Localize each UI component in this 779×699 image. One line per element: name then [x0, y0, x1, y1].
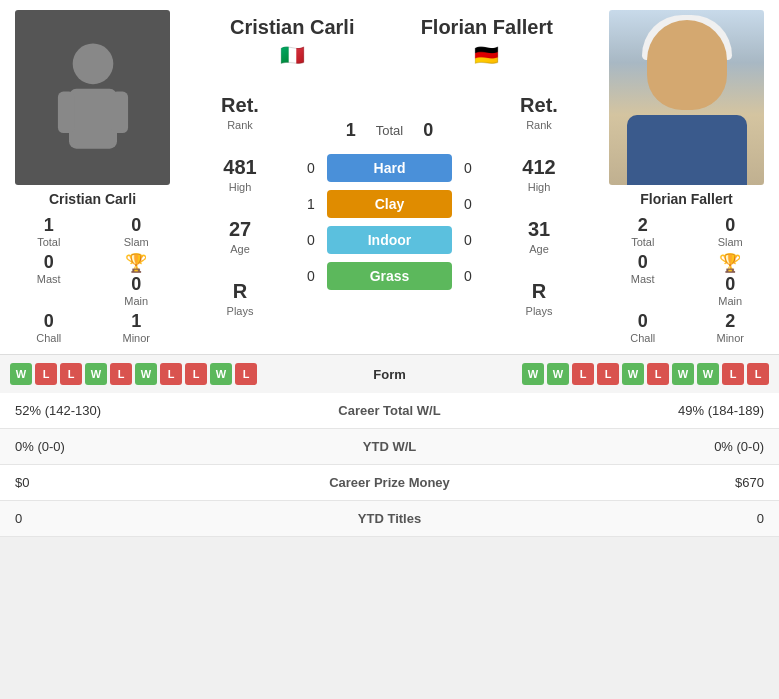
- form-badge-left: W: [135, 363, 157, 385]
- player2-flag: 🇩🇪: [390, 43, 585, 67]
- form-badge-left: L: [185, 363, 207, 385]
- stat-left-value: 0: [0, 501, 236, 537]
- player1-slam-cell: 0 Slam: [98, 215, 176, 248]
- form-badge-right: L: [747, 363, 769, 385]
- player2-rank-label: Rank: [526, 119, 552, 131]
- player1-total-label: Total: [37, 236, 60, 248]
- player2-age-label: Age: [529, 243, 549, 255]
- player2-total-label: Total: [631, 236, 654, 248]
- total-label: Total: [376, 123, 403, 138]
- hard-score-right: 0: [457, 160, 479, 176]
- player1-minor-value: 1: [131, 311, 141, 332]
- hard-button[interactable]: Hard: [327, 154, 452, 182]
- player2-photo: [609, 10, 764, 185]
- form-badge-right: L: [722, 363, 744, 385]
- svg-rect-1: [69, 88, 117, 148]
- player2-face: [647, 20, 727, 110]
- player1-stats-grid: 1 Total 0 Slam 0 Mast 🏆 0 Main 0: [5, 215, 180, 344]
- player1-plays-value: R: [195, 280, 285, 303]
- player1-rank-value: Ret.: [195, 94, 285, 117]
- player1-slam-value: 0: [131, 215, 141, 236]
- grass-button[interactable]: Grass: [327, 262, 452, 290]
- total-score-left: 1: [346, 120, 356, 141]
- player2-age-block: 31 Age: [494, 218, 584, 256]
- form-badge-right: L: [597, 363, 619, 385]
- grass-score-left: 0: [300, 268, 322, 284]
- stats-row: 0YTD Titles0: [0, 501, 779, 537]
- svg-rect-2: [57, 91, 74, 133]
- indoor-score-right: 0: [457, 232, 479, 248]
- player2-main-label: Main: [718, 295, 742, 307]
- player2-high-block: 412 High: [494, 156, 584, 194]
- player1-name: Cristian Carli: [49, 191, 136, 207]
- form-badge-right: W: [697, 363, 719, 385]
- stats-row: $0Career Prize Money$670: [0, 465, 779, 501]
- player2-plays-label: Plays: [526, 305, 553, 317]
- hard-score-left: 0: [300, 160, 322, 176]
- player1-plays-label: Plays: [227, 305, 254, 317]
- form-badge-left: L: [35, 363, 57, 385]
- trophy-icon-right: 🏆: [719, 252, 741, 274]
- form-badge-right: W: [672, 363, 694, 385]
- player2-minor-cell: 2 Minor: [692, 311, 770, 344]
- player1-high-block: 481 High: [195, 156, 285, 194]
- player2-chall-value: 0: [638, 311, 648, 332]
- player2-mast-cell: 0 Mast: [604, 252, 682, 307]
- form-badge-left: L: [110, 363, 132, 385]
- player2-body: [627, 115, 747, 185]
- player1-minor-label: Minor: [122, 332, 150, 344]
- player1-rank-block: Ret. Rank: [195, 94, 285, 132]
- player1-age-label: Age: [230, 243, 250, 255]
- player1-silhouette: [15, 10, 170, 185]
- form-badge-right: W: [622, 363, 644, 385]
- hard-row: 0 Hard 0: [300, 154, 479, 182]
- form-label: Form: [360, 367, 420, 382]
- player1-panel: Cristian Carli 1 Total 0 Slam 0 Mast 🏆 0: [5, 10, 180, 344]
- player2-slam-value: 0: [725, 215, 735, 236]
- player1-plays-block: R Plays: [195, 280, 285, 318]
- form-badge-right: W: [547, 363, 569, 385]
- indoor-button[interactable]: Indoor: [327, 226, 452, 254]
- form-badge-left: W: [10, 363, 32, 385]
- stat-center-label: Career Total W/L: [236, 393, 543, 429]
- player2-total-cell: 2 Total: [604, 215, 682, 248]
- stat-right-value: 0: [543, 501, 779, 537]
- player2-slam-cell: 0 Slam: [692, 215, 770, 248]
- clay-score-left: 1: [300, 196, 322, 212]
- stats-row: 52% (142-130)Career Total W/L49% (184-18…: [0, 393, 779, 429]
- player2-chall-label: Chall: [630, 332, 655, 344]
- player2-rank-block: Ret. Rank: [494, 94, 584, 132]
- player2-main-value: 0: [725, 274, 735, 295]
- total-row: 1 Total 0: [300, 120, 479, 141]
- players-section: Cristian Carli 1 Total 0 Slam 0 Mast 🏆 0: [0, 0, 779, 354]
- player1-main-label: Main: [124, 295, 148, 307]
- grass-score-right: 0: [457, 268, 479, 284]
- player1-mast-label: Mast: [37, 273, 61, 285]
- player1-mid-stats: Ret. Rank 481 High 27 Age R Plays: [185, 79, 295, 333]
- form-badge-right: L: [647, 363, 669, 385]
- player2-trophy-cell: 🏆 0 Main: [692, 252, 770, 307]
- player2-minor-label: Minor: [716, 332, 744, 344]
- grass-row: 0 Grass 0: [300, 262, 479, 290]
- stats-table: 52% (142-130)Career Total W/L49% (184-18…: [0, 393, 779, 537]
- form-badge-left: L: [60, 363, 82, 385]
- player2-minor-value: 2: [725, 311, 735, 332]
- player2-stats-grid: 2 Total 0 Slam 0 Mast 🏆 0 Main 0: [599, 215, 774, 344]
- player1-chall-value: 0: [44, 311, 54, 332]
- form-badge-right: W: [522, 363, 544, 385]
- clay-button[interactable]: Clay: [327, 190, 452, 218]
- stat-left-value: 52% (142-130): [0, 393, 236, 429]
- player2-form-badges: WWLLWLWWLL: [425, 363, 770, 385]
- stat-left-value: 0% (0-0): [0, 429, 236, 465]
- player1-form-badges: WLLWLWLLWL: [10, 363, 355, 385]
- player2-plays-value: R: [494, 280, 584, 303]
- stat-right-value: 0% (0-0): [543, 429, 779, 465]
- player2-panel: Florian Fallert 2 Total 0 Slam 0 Mast 🏆 …: [599, 10, 774, 344]
- player2-age-value: 31: [494, 218, 584, 241]
- form-badge-right: L: [572, 363, 594, 385]
- clay-score-right: 0: [457, 196, 479, 212]
- player1-total-cell: 1 Total: [10, 215, 88, 248]
- player2-slam-label: Slam: [718, 236, 743, 248]
- stat-right-value: $670: [543, 465, 779, 501]
- player1-chall-cell: 0 Chall: [10, 311, 88, 344]
